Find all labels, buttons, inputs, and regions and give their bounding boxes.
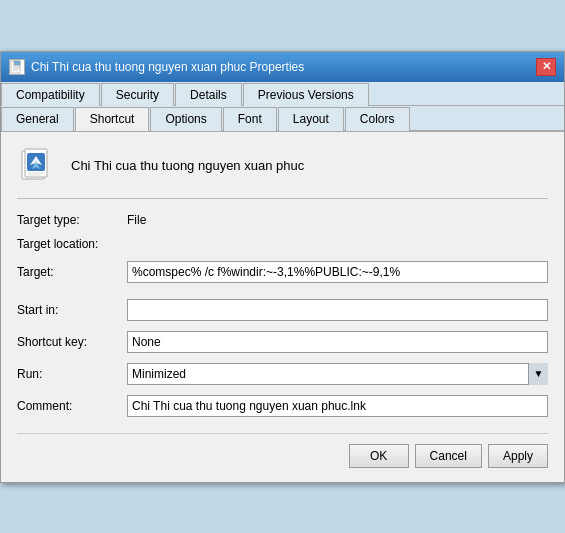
ok-button[interactable]: OK [349, 444, 409, 468]
target-type-row: Target type: File [17, 213, 548, 227]
shortcut-key-label: Shortcut key: [17, 335, 127, 349]
run-row: Run: Normal window Minimized Maximized ▼ [17, 363, 548, 385]
shortcut-key-input[interactable] [127, 331, 548, 353]
tabs-row-1: Compatibility Security Details Previous … [1, 82, 564, 106]
file-name-label: Chi Thi cua thu tuong nguyen xuan phuc [71, 158, 304, 173]
run-select-wrapper: Normal window Minimized Maximized ▼ [127, 363, 548, 385]
close-button[interactable]: ✕ [536, 58, 556, 76]
window-icon [9, 59, 25, 75]
comment-input[interactable] [127, 395, 548, 417]
tab-layout[interactable]: Layout [278, 107, 344, 131]
target-input[interactable] [127, 261, 548, 283]
target-type-label: Target type: [17, 213, 127, 227]
target-location-row: Target location: [17, 237, 548, 251]
title-bar-left: Chi Thi cua thu tuong nguyen xuan phuc P… [9, 59, 304, 75]
tab-security[interactable]: Security [101, 83, 174, 106]
target-type-value: File [127, 213, 146, 227]
target-label: Target: [17, 265, 127, 279]
tab-general[interactable]: General [1, 107, 74, 131]
apply-button[interactable]: Apply [488, 444, 548, 468]
tabs-row-2: General Shortcut Options Font Layout Col… [1, 106, 564, 132]
target-location-label: Target location: [17, 237, 127, 251]
tab-colors[interactable]: Colors [345, 107, 410, 131]
run-label: Run: [17, 367, 127, 381]
file-icon [17, 146, 57, 186]
title-bar: Chi Thi cua thu tuong nguyen xuan phuc P… [1, 52, 564, 82]
comment-row: Comment: [17, 395, 548, 417]
cancel-button[interactable]: Cancel [415, 444, 482, 468]
start-in-row: Start in: [17, 299, 548, 321]
buttons-row: OK Cancel Apply [17, 433, 548, 468]
tab-font[interactable]: Font [223, 107, 277, 131]
start-in-label: Start in: [17, 303, 127, 317]
file-header: Chi Thi cua thu tuong nguyen xuan phuc [17, 146, 548, 199]
tab-previous-versions[interactable]: Previous Versions [243, 83, 369, 106]
tab-content: Chi Thi cua thu tuong nguyen xuan phuc T… [1, 132, 564, 482]
target-row: Target: [17, 261, 548, 283]
tab-shortcut[interactable]: Shortcut [75, 107, 150, 131]
window-title: Chi Thi cua thu tuong nguyen xuan phuc P… [31, 60, 304, 74]
comment-label: Comment: [17, 399, 127, 413]
run-select[interactable]: Normal window Minimized Maximized [127, 363, 548, 385]
svg-rect-1 [14, 61, 20, 65]
tab-details[interactable]: Details [175, 83, 242, 106]
shortcut-key-row: Shortcut key: [17, 331, 548, 353]
properties-window: Chi Thi cua thu tuong nguyen xuan phuc P… [0, 51, 565, 483]
tab-options[interactable]: Options [150, 107, 221, 131]
start-in-input[interactable] [127, 299, 548, 321]
tab-compatibility[interactable]: Compatibility [1, 83, 100, 106]
